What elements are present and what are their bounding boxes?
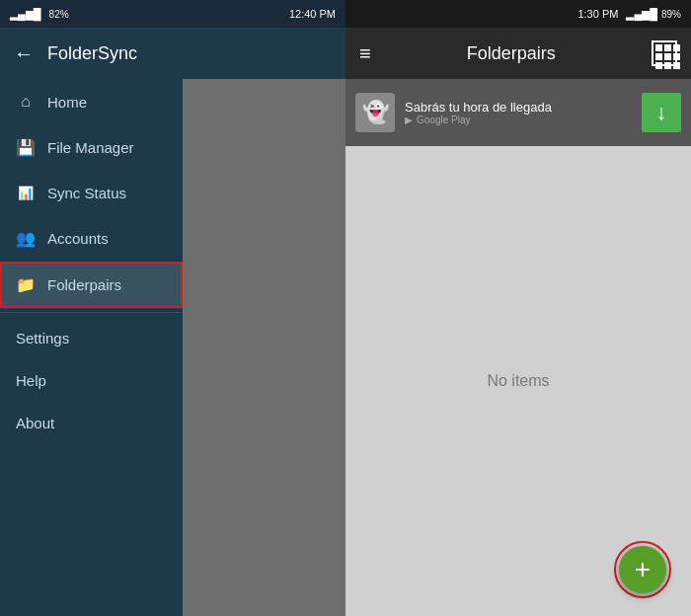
hamburger-button[interactable]: ≡ [359,42,371,65]
sync-status-icon: 📊 [16,186,36,200]
back-button[interactable]: ← [14,42,34,65]
waze-ad-sub-text: Google Play [417,115,470,125]
main-content: 👻 Sabrás tu hora de llegada ▶ Google Pla… [346,79,691,616]
sidebar-drawer: ⌂ Home 💾 File Manager 📊 Sync Status 👥 Ac… [0,79,183,616]
waze-ad-banner[interactable]: 👻 Sabrás tu hora de llegada ▶ Google Pla… [346,79,691,146]
app-title-right: Folderpairs [385,43,638,64]
sidebar-item-settings[interactable]: Settings [0,317,183,359]
fab-container: + [614,541,671,598]
sidebar-label-sync-status: Sync Status [47,185,126,201]
sidebar-label-accounts: Accounts [47,230,109,247]
app-bar-left: ← FolderSync [0,28,346,79]
grid-view-button[interactable] [652,40,677,66]
sidebar-label-file-manager: File Manager [47,139,134,156]
sidebar-label-help: Help [16,372,46,389]
waze-avatar-icon: 👻 [355,93,395,132]
status-bar-left: ▂▄▆█ 82% 12:40 PM [0,0,346,28]
waze-ad-subtitle: ▶ Google Play [405,115,632,125]
right-time: 1:30 PM [577,8,618,20]
sidebar-label-home: Home [47,94,87,111]
sidebar-item-sync-status[interactable]: 📊 Sync Status [0,171,183,215]
left-signal-icon: ▂▄▆█ [10,8,41,21]
left-status-icons: ▂▄▆█ 82% [10,8,69,21]
download-icon: ↓ [656,100,667,125]
google-play-icon: ▶ [405,115,413,125]
accounts-icon: 👥 [16,229,36,248]
download-button[interactable]: ↓ [642,93,681,132]
fab-outline: + [614,541,671,598]
app-title-left: FolderSync [47,43,137,64]
sidebar-item-folderpairs[interactable]: 📁 Folderpairs [0,262,183,308]
folderpairs-icon: 📁 [16,275,36,294]
sidebar-item-accounts[interactable]: 👥 Accounts [0,215,183,262]
waze-ad-title: Sabrás tu hora de llegada [405,100,632,115]
add-folderpair-fab[interactable]: + [619,546,666,593]
sidebar-item-file-manager[interactable]: 💾 File Manager [0,124,183,171]
file-manager-icon: 💾 [16,138,36,157]
fab-plus-icon: + [635,554,651,585]
sidebar-item-help[interactable]: Help [0,359,183,402]
left-battery-text: 82% [49,9,69,20]
sidebar-label-about: About [16,415,54,431]
status-bar-right: 1:30 PM ▂▄▆█ 89% [346,0,691,28]
sidebar-item-home[interactable]: ⌂ Home [0,79,183,124]
home-icon: ⌂ [16,93,36,111]
sidebar-divider [0,312,183,313]
sidebar-item-about[interactable]: About [0,402,183,444]
app-bar-right: ≡ Folderpairs [346,28,691,79]
right-signal-icon: ▂▄▆█ [626,8,657,21]
left-time: 12:40 PM [289,8,336,20]
sidebar-label-settings: Settings [16,330,69,346]
sidebar-label-folderpairs: Folderpairs [47,276,121,293]
drawer-overlay[interactable] [183,79,346,616]
waze-ad-text-area: Sabrás tu hora de llegada ▶ Google Play [405,100,632,125]
no-items-text: No items [487,372,549,390]
right-battery-text: 89% [661,9,681,20]
